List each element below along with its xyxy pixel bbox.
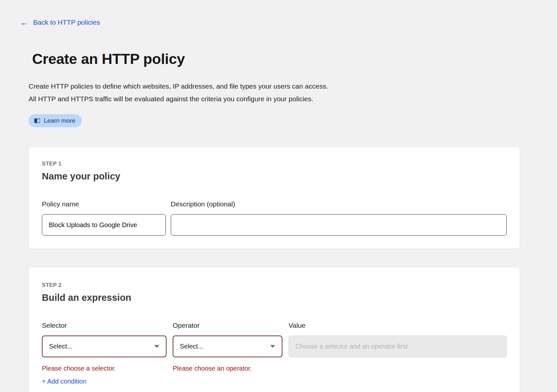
description-field-group: Description (optional) (171, 200, 507, 236)
step1-title: Name your policy (42, 171, 507, 182)
page-title: Create an HTTP policy (32, 51, 185, 67)
operator-dropdown-value: Select... (180, 343, 203, 350)
operator-error-message: Please choose an operator. (173, 364, 282, 372)
value-input[interactable] (289, 336, 507, 357)
selector-label: Selector (42, 321, 167, 330)
selector-dropdown[interactable]: Select... (42, 336, 167, 357)
back-arrow-icon: ← (20, 18, 29, 27)
learn-more-label: Learn more (44, 117, 75, 124)
policy-name-label: Policy name (42, 200, 166, 208)
operator-dropdown[interactable]: Select... (173, 336, 282, 357)
create-http-policy-page: ← Back to HTTP policies Create an HTTP p… (0, 0, 557, 392)
step2-title: Build an expression (42, 292, 507, 303)
back-link-label: Back to HTTP policies (33, 18, 100, 26)
policy-name-field-group: Policy name (42, 200, 166, 236)
selector-dropdown-value: Select... (49, 343, 72, 350)
learn-more-button[interactable]: Learn more (29, 114, 82, 127)
selector-error-message: Please choose a selector. (42, 364, 167, 372)
operator-field-group: Operator Select... Please choose an oper… (173, 321, 282, 385)
step2-card: STEP 2 Build an expression Selector Sele… (29, 267, 520, 392)
page-description-line2: All HTTP and HTTPS traffic will be evalu… (29, 92, 328, 105)
step1-form-row: Policy name Description (optional) (42, 200, 507, 236)
add-condition-link[interactable]: + Add condition (42, 378, 86, 385)
page-description-line1: Create HTTP policies to define which web… (29, 80, 328, 92)
value-label: Value (289, 321, 507, 330)
policy-name-input[interactable] (42, 214, 166, 236)
value-field-group: Value (289, 321, 507, 385)
description-input[interactable] (171, 214, 507, 236)
back-to-http-policies-link[interactable]: ← Back to HTTP policies (20, 18, 100, 27)
operator-label: Operator (173, 321, 282, 330)
expression-row: Selector Select... Please choose a selec… (42, 321, 507, 385)
book-icon (34, 117, 41, 124)
step1-label: STEP 1 (42, 161, 507, 167)
chevron-down-icon (154, 345, 159, 348)
selector-field-group: Selector Select... Please choose a selec… (42, 321, 167, 385)
step1-card: STEP 1 Name your policy Policy name Desc… (29, 147, 520, 249)
page-description: Create HTTP policies to define which web… (29, 80, 328, 105)
chevron-down-icon (270, 345, 275, 348)
description-label: Description (optional) (171, 200, 507, 208)
step2-label: STEP 2 (42, 282, 507, 288)
